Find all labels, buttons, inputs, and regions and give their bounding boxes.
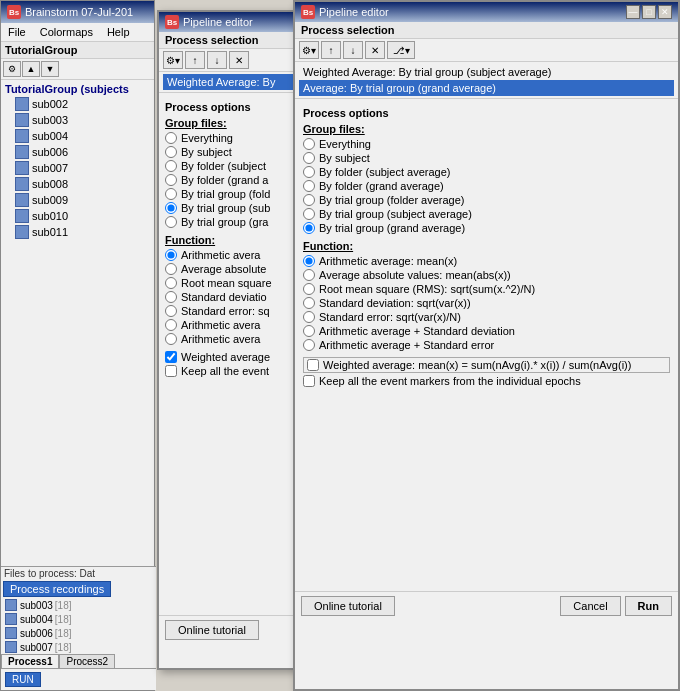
bottom-buttons-left: Online tutorial	[159, 615, 303, 644]
list-icon	[5, 641, 17, 653]
gear-button-right[interactable]: ⚙▾	[299, 41, 319, 59]
function-radio-right-3[interactable]: Standard deviation: sqrt(var(x))	[303, 297, 670, 309]
tree-item-sub007[interactable]: sub007	[3, 160, 152, 176]
app-menu: File Colormaps Help	[1, 23, 154, 42]
function-radio-left-1[interactable]: Average absolute	[165, 263, 297, 275]
sidebar-btn-2[interactable]: ▲	[22, 61, 40, 77]
tree-root: TutorialGroup (subjects	[3, 82, 152, 96]
online-tutorial-button-right[interactable]: Online tutorial	[301, 596, 395, 616]
checkbox-left-1[interactable]: Keep all the event	[165, 365, 297, 377]
group-files-radio-right-0[interactable]: Everything	[303, 138, 670, 150]
tree-item-sub004[interactable]: sub004	[3, 128, 152, 144]
app-title: Brainstorm 07-Jul-201	[25, 6, 133, 18]
checkbox-right-1[interactable]: Keep all the event markers from the indi…	[303, 375, 670, 387]
pipeline-title-left: Pipeline editor	[183, 16, 253, 28]
tree-icon	[15, 129, 29, 143]
tree-icon	[15, 113, 29, 127]
run-button[interactable]: RUN	[5, 672, 41, 687]
pipeline-window-right: Bs Pipeline editor — □ ✕ Process selecti…	[293, 0, 680, 691]
process-item-right-0[interactable]: Weighted Average: By trial group (subjec…	[299, 64, 674, 80]
function-radio-right-2[interactable]: Root mean square (RMS): sqrt(sum(x.^2)/N…	[303, 283, 670, 295]
bottom-list-item-sub007[interactable]: sub007[18]	[1, 640, 156, 654]
minimize-button[interactable]: —	[626, 5, 640, 19]
online-tutorial-button-left[interactable]: Online tutorial	[165, 620, 259, 640]
function-radio-left-3[interactable]: Standard deviatio	[165, 291, 297, 303]
pipeline-options-left: Process options Group files: EverythingB…	[159, 95, 303, 615]
close-process-button-right[interactable]: ✕	[365, 41, 385, 59]
checkbox-right-0[interactable]: Weighted average: mean(x) = sum(nAvg(i).…	[303, 357, 670, 373]
tree-icon	[15, 193, 29, 207]
sidebar-label: TutorialGroup	[1, 42, 154, 59]
group-files-radio-left-0[interactable]: Everything	[165, 132, 297, 144]
function-radio-right-6[interactable]: Arithmetic average + Standard error	[303, 339, 670, 351]
group-files-radio-right-6[interactable]: By trial group (grand average)	[303, 222, 670, 234]
process-item-right-1[interactable]: Average: By trial group (grand average)	[299, 80, 674, 96]
group-files-radio-right-5[interactable]: By trial group (subject average)	[303, 208, 670, 220]
sidebar-btn-3[interactable]: ▼	[41, 61, 59, 77]
app-titlebar: Bs Brainstorm 07-Jul-201	[1, 1, 154, 23]
function-radio-left-6[interactable]: Arithmetic avera	[165, 333, 297, 345]
bottom-list-item-sub006[interactable]: sub006[18]	[1, 626, 156, 640]
tree-item-sub002[interactable]: sub002	[3, 96, 152, 112]
function-radio-right-5[interactable]: Arithmetic average + Standard deviation	[303, 325, 670, 337]
tree-item-sub010[interactable]: sub010	[3, 208, 152, 224]
tree-item-sub011[interactable]: sub011	[3, 224, 152, 240]
function-radio-left-4[interactable]: Standard error: sq	[165, 305, 297, 317]
function-title-right: Function:	[303, 240, 670, 252]
gear-button-left[interactable]: ⚙▾	[163, 51, 183, 69]
sidebar-btn-1[interactable]: ⚙	[3, 61, 21, 77]
close-window-button[interactable]: ✕	[658, 5, 672, 19]
function-radio-right-4[interactable]: Standard error: sqrt(var(x)/N)	[303, 311, 670, 323]
down-button-left[interactable]: ↓	[207, 51, 227, 69]
section-label-left: Process selection	[159, 32, 303, 49]
group-files-radio-right-1[interactable]: By subject	[303, 152, 670, 164]
tree-icon	[15, 225, 29, 239]
list-icon	[5, 613, 17, 625]
function-radio-left-5[interactable]: Arithmetic avera	[165, 319, 297, 331]
tree-item-sub008[interactable]: sub008	[3, 176, 152, 192]
tree-icon	[15, 209, 29, 223]
tree-icon	[15, 177, 29, 191]
function-radio-right-0[interactable]: Arithmetic average: mean(x)	[303, 255, 670, 267]
run-pipeline-button[interactable]: Run	[625, 596, 672, 616]
group-files-radio-right-4[interactable]: By trial group (folder average)	[303, 194, 670, 206]
up-button-right[interactable]: ↑	[321, 41, 341, 59]
group-files-radio-left-3[interactable]: By folder (grand a	[165, 174, 297, 186]
menu-help[interactable]: Help	[104, 25, 133, 39]
checkbox-left-0[interactable]: Weighted average	[165, 351, 297, 363]
options-title-right: Process options	[303, 105, 670, 123]
group-files-radio-left-2[interactable]: By folder (subject	[165, 160, 297, 172]
tree-item-sub006[interactable]: sub006	[3, 144, 152, 160]
sidebar-toolbar: ⚙ ▲ ▼	[1, 59, 154, 80]
menu-file[interactable]: File	[5, 25, 29, 39]
group-files-radio-left-1[interactable]: By subject	[165, 146, 297, 158]
group-files-radio-right-3[interactable]: By folder (grand average)	[303, 180, 670, 192]
tab-process2[interactable]: Process2	[59, 654, 115, 668]
bottom-list-item-sub004[interactable]: sub004[18]	[1, 612, 156, 626]
pipeline-titlebar-left: Bs Pipeline editor	[159, 12, 303, 32]
process-item-left-0[interactable]: Weighted Average: By	[163, 74, 299, 90]
down-button-right[interactable]: ↓	[343, 41, 363, 59]
menu-colormaps[interactable]: Colormaps	[37, 25, 96, 39]
tree-item-sub009[interactable]: sub009	[3, 192, 152, 208]
close-button-left[interactable]: ✕	[229, 51, 249, 69]
process-recordings-button[interactable]: Process recordings	[3, 581, 111, 597]
tree-icon	[15, 145, 29, 159]
cancel-button[interactable]: Cancel	[560, 596, 620, 616]
bottom-list-item-sub003[interactable]: sub003[18]	[1, 598, 156, 612]
up-button-left[interactable]: ↑	[185, 51, 205, 69]
group-files-radio-left-5[interactable]: By trial group (sub	[165, 202, 297, 214]
group-files-radio-left-6[interactable]: By trial group (gra	[165, 216, 297, 228]
tree-icon	[15, 161, 29, 175]
branch-button-right[interactable]: ⎇▾	[387, 41, 415, 59]
function-radio-left-2[interactable]: Root mean square	[165, 277, 297, 289]
pipeline-toolbar-right: ⚙▾ ↑ ↓ ✕ ⎇▾	[295, 39, 678, 62]
group-files-radio-right-2[interactable]: By folder (subject average)	[303, 166, 670, 178]
group-files-radio-left-4[interactable]: By trial group (fold	[165, 188, 297, 200]
function-radio-right-1[interactable]: Average absolute values: mean(abs(x))	[303, 269, 670, 281]
pipeline-options-right: Process options Group files: EverythingB…	[295, 101, 678, 591]
restore-button[interactable]: □	[642, 5, 656, 19]
function-radio-left-0[interactable]: Arithmetic avera	[165, 249, 297, 261]
tab-process1[interactable]: Process1	[1, 654, 59, 668]
tree-item-sub003[interactable]: sub003	[3, 112, 152, 128]
